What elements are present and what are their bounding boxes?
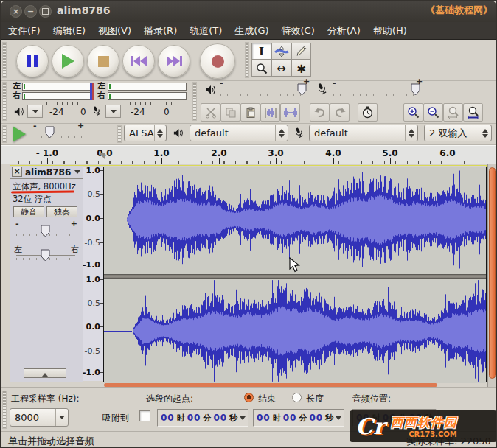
maximize-window-button[interactable]	[39, 5, 52, 18]
transcription-toolbar-grip[interactable]	[2, 125, 7, 143]
track-menu-chevron-icon[interactable]	[74, 170, 80, 174]
menu-effect[interactable]: 特效(C)	[282, 24, 315, 38]
stop-button[interactable]	[87, 45, 119, 77]
menu-analyze[interactable]: 分析(A)	[327, 24, 361, 38]
record-meter-left-bar[interactable]	[108, 83, 187, 91]
skip-to-end-button[interactable]	[158, 45, 190, 77]
play-meter-dropdown-button[interactable]	[27, 105, 43, 118]
menu-help[interactable]: 帮助(H)	[373, 24, 407, 38]
input-gain-min-label: -	[333, 80, 336, 86]
chevron-down-icon[interactable]	[240, 416, 246, 420]
fit-project-button[interactable]	[463, 103, 483, 122]
track-collapse-button[interactable]	[24, 368, 66, 378]
ibeam-icon: I	[259, 45, 264, 58]
project-rate-select[interactable]: 8000	[10, 408, 69, 427]
play-button[interactable]	[52, 45, 84, 77]
record-meter-dropdown-button[interactable]	[105, 105, 121, 118]
input-gain-slider-track[interactable]	[333, 91, 420, 96]
input-device-select[interactable]: default	[309, 125, 418, 141]
selection-end-field[interactable]: 00时 00分 00秒	[253, 409, 344, 427]
length-radio[interactable]	[292, 393, 302, 402]
watermark-site-url: CR173.COM	[391, 430, 457, 438]
device-toolbar-grip[interactable]	[117, 125, 122, 143]
vertical-scrollbar[interactable]	[487, 164, 496, 387]
gain-slider-thumb[interactable]	[41, 225, 50, 237]
undo-button[interactable]	[310, 103, 330, 122]
waveform-right-channel[interactable]	[104, 279, 486, 383]
vertical-scale-ruler[interactable]: 1.0 0.5 0.0 -0.5 -1.0 1.0 0.5 0.0 -0.5 -…	[83, 167, 103, 381]
timeline-major-tick	[390, 158, 391, 164]
selection-start-field[interactable]: 00时 00分 00秒	[157, 409, 248, 427]
tools-toolbar-grip[interactable]	[245, 42, 249, 78]
track-close-button[interactable]: ×	[12, 167, 22, 177]
minimize-window-button[interactable]: −	[24, 5, 37, 18]
zoom-in-button[interactable]	[403, 103, 423, 122]
site-watermark: Cr 西西软件园 CR173.COM	[350, 410, 497, 442]
play-meter-right-bar[interactable]	[22, 92, 91, 100]
paste-button[interactable]	[240, 103, 260, 122]
stereo-track-waveform[interactable]	[103, 167, 487, 382]
silence-audio-button[interactable]	[280, 103, 300, 122]
scale-label: 1.0	[86, 166, 101, 175]
play-meter-left-bar[interactable]	[22, 83, 91, 91]
menu-file[interactable]: 文件(F)	[8, 24, 41, 38]
audio-host-value: ALSA	[129, 127, 154, 139]
record-meter-right-label: 右	[97, 91, 105, 100]
chevron-down-icon	[111, 110, 117, 113]
speed-slider-thumb[interactable]	[45, 126, 55, 139]
audacity-window: × − alim8786 《基础教程网》 文件(F) 编辑(E) 视图(V) 播…	[0, 0, 497, 448]
skip-to-start-button[interactable]	[122, 45, 155, 77]
chevron-down-icon[interactable]	[336, 416, 341, 420]
input-channels-select[interactable]: 2 双输入	[424, 125, 492, 141]
waveform-left-channel[interactable]	[104, 167, 486, 272]
transport-toolbar-grip[interactable]	[2, 42, 7, 78]
trim-audio-button[interactable]	[260, 103, 280, 122]
mute-button[interactable]: 静音	[13, 206, 44, 217]
meter-toolbar-grip[interactable]	[2, 82, 7, 121]
multi-tool-button[interactable]: ∗	[291, 60, 311, 77]
selection-toolbar-grip[interactable]	[2, 391, 7, 429]
record-button[interactable]	[200, 43, 235, 79]
cut-button[interactable]	[201, 103, 220, 122]
pan-slider-thumb[interactable]	[41, 249, 50, 262]
record-meter-right-bar[interactable]	[108, 92, 187, 100]
timeline-label: 5.0	[382, 148, 397, 158]
vertical-scrollbar-thumb[interactable]	[489, 167, 496, 379]
microphone-icon	[293, 126, 305, 139]
annotation-underline	[11, 191, 74, 194]
pause-button[interactable]	[16, 45, 49, 77]
time-shift-tool-button[interactable]: ↔	[271, 60, 291, 77]
end-radio[interactable]	[244, 393, 254, 402]
output-device-select[interactable]: default	[190, 125, 288, 141]
draw-tool-button[interactable]	[291, 43, 311, 60]
spinner-icon	[479, 125, 491, 141]
menu-view[interactable]: 视图(V)	[98, 24, 131, 38]
mixer-toolbar-grip[interactable]	[192, 82, 197, 121]
play-at-speed-button[interactable]	[13, 126, 26, 142]
audio-host-select[interactable]: ALSA	[124, 125, 167, 141]
redo-button[interactable]	[330, 103, 350, 122]
record-icon	[212, 55, 224, 68]
fit-selection-button[interactable]	[443, 103, 463, 122]
menu-transport[interactable]: 播录(R)	[144, 24, 177, 38]
track-title[interactable]: alim8786	[25, 167, 71, 178]
sync-lock-button[interactable]	[358, 103, 378, 122]
solo-button[interactable]: 独奏	[46, 206, 77, 217]
zoom-out-button[interactable]	[423, 103, 443, 122]
envelope-tool-button[interactable]	[271, 43, 291, 60]
timeline-ruler[interactable]: - 1.0 0.0 1.0 2.0 3.0 4.0 5.0 6.0	[1, 145, 496, 164]
close-window-button[interactable]: ×	[10, 5, 22, 18]
snap-to-checkbox[interactable]	[139, 410, 150, 421]
copy-button[interactable]	[220, 103, 240, 122]
speed-slider-track[interactable]	[35, 133, 83, 138]
menu-tracks[interactable]: 轨道(T)	[190, 24, 222, 38]
menu-edit[interactable]: 编辑(E)	[53, 24, 86, 38]
selection-tool-button[interactable]: I	[251, 43, 271, 60]
play-meter-left-label: 左	[13, 82, 21, 91]
maximize-icon	[42, 8, 49, 15]
zoom-tool-button[interactable]	[251, 60, 271, 77]
menu-generate[interactable]: 生成(G)	[234, 24, 268, 38]
record-meter-scale-zero: 0	[164, 107, 170, 117]
output-volume-slider-track[interactable]	[220, 91, 307, 96]
zoom-in-icon	[407, 106, 420, 119]
